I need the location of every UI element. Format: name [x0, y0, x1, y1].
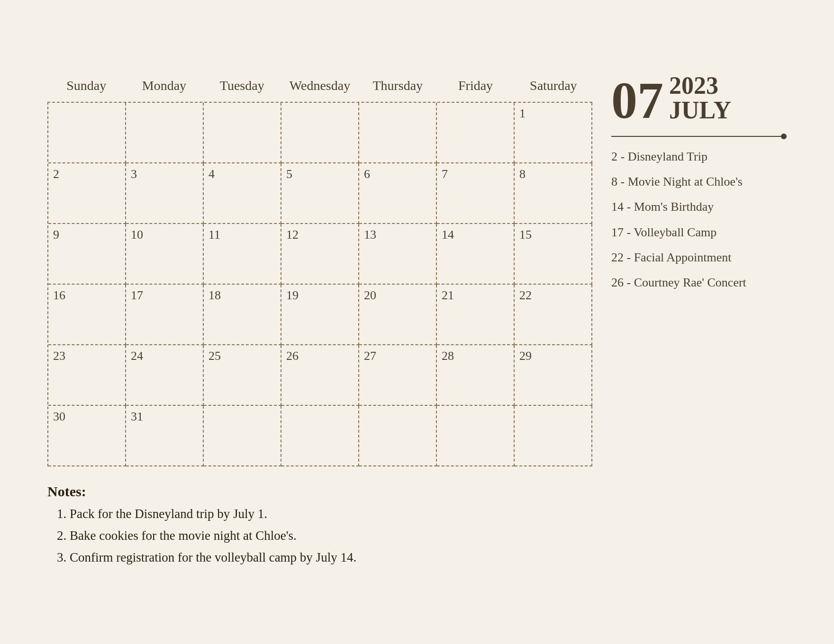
calendar-cell[interactable]	[359, 103, 437, 163]
calendar-cell[interactable]: 14	[437, 224, 515, 285]
calendar-cell[interactable]: 31	[126, 406, 204, 466]
cell-number: 12	[286, 228, 299, 242]
top-section: Sunday Monday Tuesday Wednesday Thursday…	[47, 73, 787, 466]
calendar-cell[interactable]: 22	[515, 285, 592, 345]
calendar-cell[interactable]: 29	[515, 345, 592, 406]
day-headers: Sunday Monday Tuesday Wednesday Thursday…	[47, 73, 592, 102]
calendar-cell[interactable]: 9	[48, 224, 126, 285]
calendar-cell[interactable]: 10	[126, 224, 204, 285]
calendar-grid: 1234567891011121314151617181920212223242…	[47, 102, 592, 466]
calendar-cell[interactable]	[437, 103, 515, 163]
note-item: 3. Confirm registration for the volleyba…	[57, 549, 787, 567]
calendar-cell[interactable]: 8	[515, 163, 592, 224]
cell-number: 2	[53, 167, 59, 181]
cell-number: 13	[364, 228, 376, 242]
day-header-wednesday: Wednesday	[281, 73, 359, 102]
calendar-cell[interactable]: 25	[204, 345, 281, 406]
right-panel: 07 2023 JULY 2 - Disneyland Trip8 - Movi…	[611, 73, 787, 299]
calendar-cell[interactable]	[126, 103, 204, 163]
calendar-cell[interactable]	[437, 406, 515, 466]
calendar-page: Sunday Monday Tuesday Wednesday Thursday…	[24, 54, 810, 589]
cell-number: 11	[208, 228, 220, 242]
cell-number: 7	[442, 167, 448, 181]
cell-number: 4	[208, 167, 215, 181]
calendar-cell[interactable]: 30	[48, 406, 126, 466]
calendar-cell[interactable]: 28	[437, 345, 515, 406]
calendar-cell[interactable]: 24	[126, 345, 204, 406]
calendar-cell[interactable]	[515, 406, 592, 466]
cell-number: 27	[364, 349, 376, 363]
event-item: 26 - Courtney Rae' Concert	[611, 274, 787, 291]
calendar-cell[interactable]: 26	[281, 345, 359, 406]
event-item: 22 - Facial Appointment	[611, 249, 787, 266]
cell-number: 14	[442, 228, 454, 242]
month-year-display: 07 2023 JULY	[611, 73, 787, 126]
cell-number: 23	[53, 349, 65, 363]
calendar-cell[interactable]: 17	[126, 285, 204, 345]
calendar-cell[interactable]: 15	[515, 224, 592, 285]
day-header-tuesday: Tuesday	[203, 73, 281, 102]
notes-title: Notes:	[47, 483, 787, 500]
cell-number: 24	[131, 349, 143, 363]
calendar-cell[interactable]: 18	[204, 285, 281, 345]
calendar-cell[interactable]	[204, 406, 281, 466]
year-text: 2023	[669, 73, 731, 98]
calendar-cell[interactable]: 20	[359, 285, 437, 345]
event-item: 8 - Movie Night at Chloe's	[611, 173, 787, 190]
cell-number: 16	[53, 288, 65, 302]
calendar-cell[interactable]: 12	[281, 224, 359, 285]
calendar-cell[interactable]: 13	[359, 224, 437, 285]
calendar-cell[interactable]: 23	[48, 345, 126, 406]
calendar-cell[interactable]: 6	[359, 163, 437, 224]
calendar-cell[interactable]: 4	[204, 163, 281, 224]
cell-number: 22	[519, 288, 532, 302]
cell-number: 25	[208, 349, 221, 363]
event-item: 14 - Mom's Birthday	[611, 198, 787, 215]
cell-number: 18	[208, 288, 221, 302]
cell-number: 31	[131, 410, 143, 423]
cell-number: 6	[364, 167, 370, 181]
cell-number: 15	[519, 228, 532, 242]
notes-section: Notes: 1. Pack for the Disneyland trip b…	[47, 483, 787, 566]
calendar-cell[interactable]: 11	[204, 224, 281, 285]
calendar-cell[interactable]: 16	[48, 285, 126, 345]
day-header-monday: Monday	[125, 73, 203, 102]
calendar-cell[interactable]: 2	[48, 163, 126, 224]
note-item: 1. Pack for the Disneyland trip by July …	[57, 505, 787, 523]
calendar-cell[interactable]	[48, 103, 126, 163]
calendar-cell[interactable]: 27	[359, 345, 437, 406]
cell-number: 20	[364, 288, 376, 302]
cell-number: 1	[519, 107, 526, 120]
calendar-cell[interactable]	[281, 406, 359, 466]
day-header-friday: Friday	[436, 73, 514, 102]
cell-number: 29	[519, 349, 532, 363]
note-item: 2. Bake cookies for the movie night at C…	[57, 527, 787, 545]
events-list: 2 - Disneyland Trip8 - Movie Night at Ch…	[611, 148, 787, 291]
notes-list: 1. Pack for the Disneyland trip by July …	[47, 505, 787, 566]
calendar-cell[interactable]: 5	[281, 163, 359, 224]
cell-number: 30	[53, 410, 65, 423]
month-year-text: 2023 JULY	[669, 73, 731, 126]
day-header-saturday: Saturday	[515, 73, 592, 102]
divider-line	[611, 136, 787, 137]
calendar-cell[interactable]: 7	[437, 163, 515, 224]
month-number: 07	[611, 74, 663, 126]
calendar-cell[interactable]: 1	[515, 103, 592, 163]
cell-number: 9	[53, 228, 59, 242]
calendar-area: Sunday Monday Tuesday Wednesday Thursday…	[47, 73, 592, 466]
calendar-cell[interactable]	[281, 103, 359, 163]
event-item: 17 - Volleyball Camp	[611, 224, 787, 241]
calendar-cell[interactable]: 19	[281, 285, 359, 345]
calendar-cell[interactable]	[359, 406, 437, 466]
cell-number: 5	[286, 167, 292, 181]
day-header-sunday: Sunday	[47, 73, 125, 102]
cell-number: 21	[442, 288, 454, 302]
cell-number: 19	[286, 288, 299, 302]
calendar-cell[interactable]	[204, 103, 281, 163]
day-header-thursday: Thursday	[359, 73, 436, 102]
cell-number: 10	[131, 228, 143, 242]
cell-number: 17	[131, 288, 143, 302]
month-name: JULY	[669, 98, 731, 123]
calendar-cell[interactable]: 3	[126, 163, 204, 224]
calendar-cell[interactable]: 21	[437, 285, 515, 345]
